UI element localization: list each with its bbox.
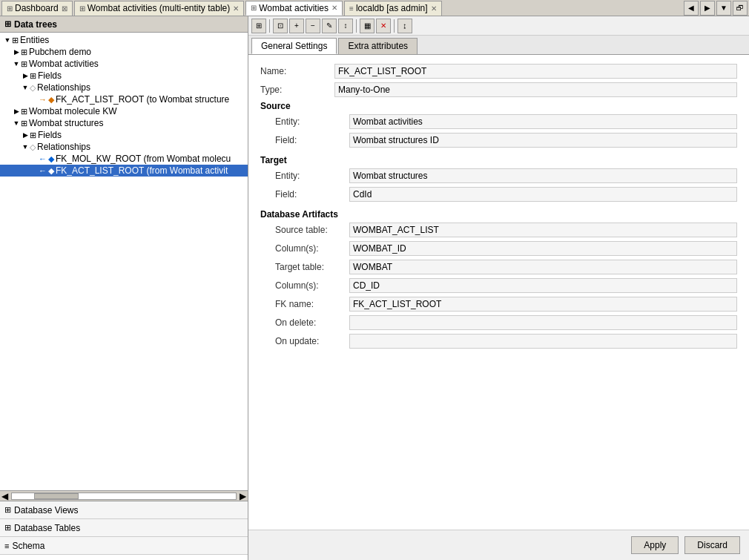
tab-scroll-left[interactable]: ◀ [684,1,699,16]
target-table-row: Target table: [275,260,737,274]
columns2-row: Column(s): [275,278,737,293]
source-table-input[interactable] [349,223,737,237]
tab-bar: ⊞ Dashboard ⊠ ⊞ Wombat activities (multi… [0,0,749,16]
window-restore[interactable]: 🗗 [733,1,748,16]
tab-wombat-activities[interactable]: ⊞ Wombat activities ✕ [245,1,343,16]
name-label: Name: [260,66,334,76]
source-table-row: Source table: [275,223,737,237]
db-views-label: Database Views [14,505,79,515]
tree-item-relationships2[interactable]: ▼ ◇ Relationships [0,141,248,153]
tab-dashboard-label: Dashboard [15,3,59,13]
tab-dashboard[interactable]: ⊞ Dashboard ⊠ [1,1,73,16]
h-scrollbar[interactable]: ◀ ▶ [0,490,248,501]
fk-act-list2-label: FK_ACT_LIST_ROOT (from Wombat activit [56,165,228,176]
tree-item-fk-act-list[interactable]: → ◆ FK_ACT_LIST_ROOT (to Wombat structur… [0,93,248,105]
tree-item-fk-act-list2[interactable]: ← ◆ FK_ACT_LIST_ROOT (from Wombat activi… [0,165,248,177]
toolbar-delete-btn[interactable]: ✕ [376,19,391,33]
toolbar-layout-btn[interactable]: ⊡ [273,19,288,33]
tab-multi-entity-close[interactable]: ✕ [233,4,239,13]
discard-button[interactable]: Discard [684,536,740,554]
toolbar-sort-btn[interactable]: ↨ [397,19,412,33]
right-toolbar: ⊞ ⊡ + − ✎ ↕ ▦ ✕ ↨ [248,16,749,36]
source-field-input[interactable] [349,133,737,148]
nav-schema[interactable]: ≡ Schema [0,537,248,555]
name-input[interactable] [334,64,737,79]
apply-button[interactable]: Apply [631,536,679,554]
tree-item-wombat-mol[interactable]: ▶ ⊞ Wombat molecule KW [0,105,248,117]
toggle-pubchem[interactable]: ▶ [12,48,21,56]
columns1-input[interactable] [349,241,737,256]
type-row: Type: [260,82,737,97]
tab-multi-entity[interactable]: ⊞ Wombat activities (multi-entity table)… [74,1,245,16]
tab-wombat-activities-close[interactable]: ✕ [331,4,337,12]
tab-general-settings-label: General Settings [261,41,327,51]
tree-item-pubchem[interactable]: ▶ ⊞ Pubchem demo [0,46,248,58]
right-panel: ⊞ ⊡ + − ✎ ↕ ▦ ✕ ↨ General Settings Extra… [248,16,749,560]
tab-localdb[interactable]: ≡ localdb [as admin] ✕ [344,1,442,16]
dashboard-tab-icon: ⊞ [7,4,13,13]
target-field-input[interactable] [349,187,737,202]
toggle-wombat-act[interactable]: ▼ [12,60,21,67]
tree-item-wombat-act[interactable]: ▼ ⊞ Wombat activities [0,58,248,70]
toolbar-edit-btn[interactable]: ✎ [322,19,337,33]
tab-menu[interactable]: ▼ [716,1,731,16]
fields1-label: Fields [38,70,62,81]
tab-general-settings[interactable]: General Settings [251,38,337,54]
tab-extra-attributes[interactable]: Extra attributes [338,38,418,54]
tree-item-fields1[interactable]: ▶ ⊞ Fields [0,70,248,82]
target-entity-label: Entity: [275,171,349,181]
pubchem-label: Pubchem demo [29,47,91,57]
h-scroll-thumb[interactable] [34,493,79,499]
toggle-wombat-struct[interactable]: ▼ [12,119,21,127]
source-title: Source [260,101,737,111]
toggle-entities[interactable]: ▼ [3,36,12,44]
on-delete-label: On delete: [275,317,349,328]
wombat-struct-icon: ⊞ [21,119,27,128]
source-entity-input[interactable] [349,114,737,129]
fk-name-input[interactable] [349,297,737,312]
nav-db-tables[interactable]: ⊞ Database Tables [0,519,248,537]
tab-localdb-label: localdb [as admin] [356,3,428,13]
toolbar-chart-btn[interactable]: ▦ [360,19,374,33]
fk-act-list-icon: ◆ [48,95,54,105]
sep3 [394,19,395,33]
data-trees-icon: ⊞ [4,19,11,29]
tree-item-relationships1[interactable]: ▼ ◇ Relationships [0,82,248,93]
left-panel: ⊞ Data trees ▼ ⊞ Entities ▶ ⊞ Pubchem de… [0,16,248,560]
toolbar-arrow-btn[interactable]: ↕ [338,19,353,33]
toolbar-grid-btn[interactable]: ⊞ [251,19,266,33]
tree-container[interactable]: ▼ ⊞ Entities ▶ ⊞ Pubchem demo ▼ ⊞ Wombat… [0,33,248,490]
nav-db-views[interactable]: ⊞ Database Views [0,501,248,519]
toggle-fields2[interactable]: ▶ [21,131,30,139]
fk-mol-kw-label: FK_MOL_KW_ROOT (from Wombat molecu [56,154,231,164]
tab-wombat-activities-label: Wombat activities [259,3,329,13]
main-layout: ⊞ Data trees ▼ ⊞ Entities ▶ ⊞ Pubchem de… [0,16,749,560]
toggle-wombat-mol[interactable]: ▶ [12,108,21,115]
toolbar-remove-btn[interactable]: − [306,19,320,33]
h-scroll-track[interactable] [11,493,237,500]
on-update-input[interactable] [349,334,737,349]
source-table-label: Source table: [275,225,349,235]
tree-item-entities[interactable]: ▼ ⊞ Entities [0,34,248,46]
target-entity-input[interactable] [349,168,737,183]
tab-dashboard-pin[interactable]: ⊠ [62,4,67,13]
type-input[interactable] [334,82,737,97]
fields2-label: Fields [38,130,62,140]
fk-name-row: FK name: [275,297,737,312]
h-scroll-right-btn[interactable]: ▶ [240,491,246,501]
toolbar-add-btn[interactable]: + [289,19,304,33]
tab-scroll-right[interactable]: ▶ [700,1,715,16]
target-table-input[interactable] [349,260,737,274]
schema-label: Schema [12,541,44,551]
h-scroll-left-btn[interactable]: ◀ [1,491,8,501]
toggle-relationships2[interactable]: ▼ [21,143,30,151]
tree-item-fields2[interactable]: ▶ ⊞ Fields [0,129,248,141]
tree-item-wombat-struct[interactable]: ▼ ⊞ Wombat structures [0,117,248,129]
tree-item-fk-mol-kw[interactable]: ← ◆ FK_MOL_KW_ROOT (from Wombat molecu [0,153,248,165]
columns2-input[interactable] [349,278,737,293]
on-delete-input[interactable] [349,315,737,330]
tab-localdb-close[interactable]: ✕ [431,4,437,13]
name-row: Name: [260,64,737,79]
toggle-relationships1[interactable]: ▼ [21,84,30,91]
toggle-fields1[interactable]: ▶ [21,72,30,79]
